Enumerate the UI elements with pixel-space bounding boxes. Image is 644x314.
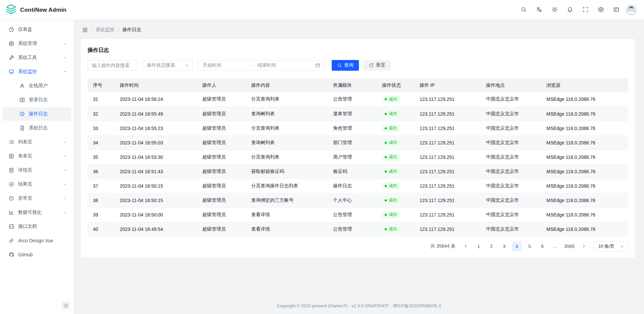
pagination-page-3565[interactable]: 3565 bbox=[563, 241, 576, 251]
cell-content: 查询树列表 bbox=[246, 107, 328, 121]
sidebar-item-api-docs[interactable]: 接口文档 bbox=[3, 220, 71, 233]
sidebar-item-system-tools[interactable]: 系统工具 bbox=[3, 51, 71, 64]
pagination-page-2[interactable]: 2 bbox=[486, 241, 496, 251]
cell-no: 39 bbox=[88, 207, 114, 222]
page-size-select[interactable]: 10 条/页 bbox=[594, 241, 628, 251]
pagination-page-1[interactable]: 1 bbox=[474, 241, 484, 251]
sidebar-item-system-log[interactable]: 系统日志 bbox=[3, 121, 71, 135]
settings-button[interactable] bbox=[595, 4, 606, 16]
pagination-page-6[interactable]: 6 bbox=[537, 241, 547, 251]
sidebar-item-label: 数据可视化 bbox=[18, 209, 59, 215]
cell-browser: MSEdge 118.0.2088.76 bbox=[541, 207, 628, 222]
sidebar-item-exception-pages[interactable]: 异常页 bbox=[3, 192, 71, 205]
chevron-down-icon bbox=[63, 140, 67, 144]
search-button[interactable] bbox=[518, 4, 529, 16]
cell-browser: MSEdge 118.0.2088.76 bbox=[541, 92, 628, 107]
cell-time: 2023-11-04 18:50:15 bbox=[114, 193, 197, 207]
table-row: 392023-11-04 18:50:00超级管理员查看详情公告管理成功123.… bbox=[88, 207, 628, 222]
status-dot-icon bbox=[385, 113, 387, 115]
pagination-page-5[interactable]: 5 bbox=[525, 241, 535, 251]
translate-button[interactable] bbox=[533, 4, 545, 16]
cell-no: 40 bbox=[88, 222, 114, 236]
apps-icon[interactable] bbox=[83, 27, 88, 33]
content-search-input[interactable] bbox=[88, 60, 138, 71]
brand[interactable]: ContiNew Admin bbox=[5, 4, 66, 16]
notifications-button[interactable] bbox=[564, 4, 576, 16]
status-select[interactable]: 操作状态搜索 bbox=[143, 60, 193, 71]
sidebar-item-list-pages[interactable]: 列表页 bbox=[3, 135, 71, 149]
sidebar-item-arco-design-vue[interactable]: Arco Design Vue bbox=[3, 234, 71, 247]
cell-no: 37 bbox=[88, 179, 114, 193]
sidebar: 仪表盘系统管理系统工具系统监控在线用户登录日志操作日志系统日志列表页表单页详情页… bbox=[0, 20, 74, 314]
app-logo-icon bbox=[5, 4, 17, 16]
column-header: 浏览器 bbox=[541, 79, 628, 92]
pagination-next-button[interactable] bbox=[579, 241, 589, 251]
reset-button-label: 重置 bbox=[376, 62, 385, 68]
cell-time: 2023-11-04 18:53:30 bbox=[114, 150, 197, 164]
sidebar-item-result-pages[interactable]: 结果页 bbox=[3, 178, 71, 191]
gear-icon bbox=[9, 41, 14, 46]
bell-icon bbox=[567, 7, 573, 13]
status-badge: 成功 bbox=[382, 154, 399, 161]
cell-time: 2023-11-04 18:50:15 bbox=[114, 179, 197, 193]
user-avatar[interactable] bbox=[626, 5, 637, 15]
sidebar-item-label: 系统管理 bbox=[18, 41, 59, 47]
sidebar-item-label: 系统工具 bbox=[18, 55, 59, 61]
sidebar-item-system-management[interactable]: 系统管理 bbox=[3, 37, 71, 50]
detail-icon bbox=[9, 168, 14, 173]
cell-operator: 超级管理员 bbox=[197, 164, 246, 179]
status-label: 成功 bbox=[389, 197, 397, 203]
reset-button[interactable]: 重置 bbox=[364, 60, 391, 71]
cell-no: 32 bbox=[88, 107, 114, 121]
cell-location: 中国北京北京市 bbox=[481, 150, 541, 164]
app-title: ContiNew Admin bbox=[20, 7, 66, 13]
fullscreen-button[interactable] bbox=[580, 4, 591, 16]
github-icon bbox=[9, 252, 14, 257]
sidebar-item-operation-log[interactable]: 操作日志 bbox=[3, 107, 71, 121]
sidebar-item-data-visualization[interactable]: 数据可视化 bbox=[3, 206, 71, 219]
query-button[interactable]: 查询 bbox=[332, 60, 359, 71]
cell-module: 公告管理 bbox=[328, 207, 377, 222]
status-dot-icon bbox=[385, 214, 387, 216]
pagination-page-3[interactable]: 3 bbox=[499, 241, 509, 251]
cell-module: 用户管理 bbox=[328, 150, 377, 164]
table-row: 352023-11-04 18:53:30超级管理员分页查询列表用户管理成功12… bbox=[88, 150, 628, 164]
status-dot-icon bbox=[385, 142, 387, 144]
footer: Copyright © 2022-present Charles7c · v1.… bbox=[74, 303, 644, 314]
pagination-ellipsis[interactable]: … bbox=[550, 241, 560, 251]
sidebar-item-github[interactable]: GitHub bbox=[3, 248, 71, 261]
sidebar-item-form-pages[interactable]: 表单页 bbox=[3, 149, 71, 163]
gear-icon bbox=[598, 7, 604, 13]
sidebar-item-label: 系统日志 bbox=[29, 125, 67, 131]
pagination-prev-button[interactable] bbox=[461, 241, 471, 251]
fullscreen-icon bbox=[583, 7, 588, 13]
sidebar-item-online-users[interactable]: 在线用户 bbox=[3, 79, 71, 92]
layout-button[interactable] bbox=[610, 4, 622, 16]
cell-module: 验证码 bbox=[328, 164, 377, 179]
sidebar-item-system-monitor[interactable]: 系统监控 bbox=[3, 65, 71, 78]
cell-operator: 超级管理员 bbox=[197, 121, 246, 135]
theme-button[interactable] bbox=[549, 4, 560, 16]
status-label: 成功 bbox=[389, 111, 397, 117]
column-header: 操作人 bbox=[197, 79, 246, 92]
cell-ip: 123.117.129.251 bbox=[414, 135, 481, 150]
pagination-page-4[interactable]: 4 bbox=[512, 241, 522, 251]
date-range-picker[interactable]: 开始时间 - 结束时间 bbox=[198, 60, 324, 71]
chevron-down-icon bbox=[63, 168, 67, 172]
cell-content: 查询树列表 bbox=[246, 135, 328, 150]
cell-time: 2023-11-04 18:56:24 bbox=[114, 92, 197, 107]
breadcrumb-item-parent[interactable]: 系统监控 bbox=[96, 27, 114, 33]
sidebar-collapse-button[interactable] bbox=[62, 302, 70, 310]
table-row: 382023-11-04 18:50:15超级管理员查询绑定的三方账号个人中心成… bbox=[88, 193, 628, 207]
cell-no: 38 bbox=[88, 193, 114, 207]
table-row: 402023-11-04 18:49:54超级管理员查看详情公告管理成功123.… bbox=[88, 222, 628, 236]
sidebar-item-detail-pages[interactable]: 详情页 bbox=[3, 164, 71, 177]
cell-location: 中国北京北京市 bbox=[481, 179, 541, 193]
chevron-up-icon bbox=[63, 70, 67, 74]
sidebar-item-dashboard[interactable]: 仪表盘 bbox=[3, 23, 71, 36]
cell-status: 成功 bbox=[377, 207, 414, 222]
cell-time: 2023-11-04 18:50:00 bbox=[114, 207, 197, 222]
cell-location: 中国北京北京市 bbox=[481, 222, 541, 236]
sidebar-item-label: GitHub bbox=[18, 252, 67, 257]
sidebar-item-login-log[interactable]: 登录日志 bbox=[3, 93, 71, 107]
